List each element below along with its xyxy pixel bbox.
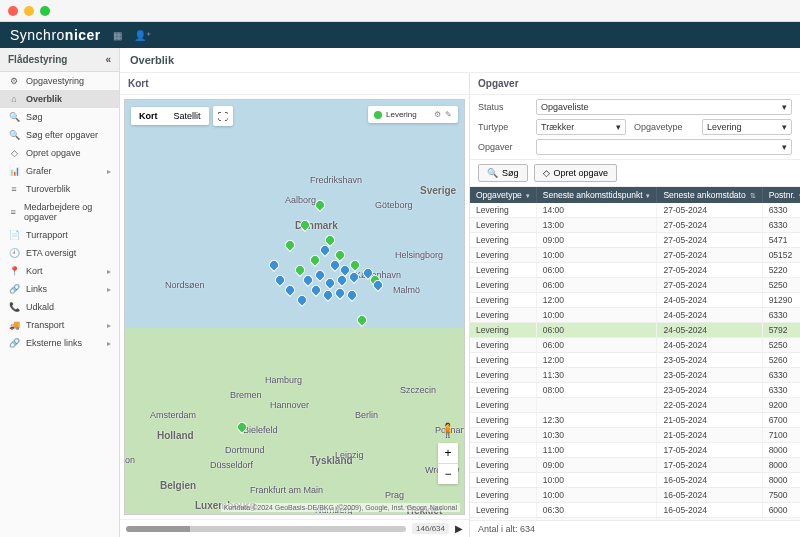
fullscreen-icon[interactable]: ⛶ [213, 106, 233, 126]
map-pin-vehicle[interactable] [345, 288, 359, 302]
sidebar-item-label: Transport [26, 320, 64, 330]
table-row[interactable]: Levering06:0027-05-20245250Odense SVAfve… [470, 278, 800, 293]
table-cell: 08:00 [536, 383, 657, 398]
sidebar-item-10[interactable]: 📍Kort▸ [0, 262, 119, 280]
maximize-window-icon[interactable] [40, 6, 50, 16]
collapse-sidebar-icon[interactable]: « [105, 54, 111, 65]
table-cell: 5792 [762, 323, 800, 338]
minimize-window-icon[interactable] [24, 6, 34, 16]
table-row[interactable]: Levering13:0027-05-20246330PadborgAfvent… [470, 218, 800, 233]
map-place-label: Aalborg [285, 195, 316, 205]
map-pin-delivery[interactable] [143, 513, 157, 515]
table-row[interactable]: Levering22-05-20249200Aalborg SVAfventer [470, 398, 800, 413]
map-pin-vehicle[interactable] [273, 273, 287, 287]
timeline-play-icon[interactable]: ▶ [455, 523, 463, 534]
map-pin-delivery[interactable] [308, 253, 322, 267]
table-row[interactable]: Levering10:0016-05-20247500HolstebroAfve… [470, 488, 800, 503]
map-tab-satellite[interactable]: Satellit [166, 107, 209, 125]
sidebar-item-icon: ◇ [8, 148, 20, 158]
table-cell: 13:00 [536, 218, 657, 233]
filter-opgaver-select[interactable]: ▾ [536, 139, 792, 155]
table-row[interactable]: Levering12:3021-05-20246700EsbjergAfvent… [470, 413, 800, 428]
sidebar-item-13[interactable]: 🚚Transport▸ [0, 316, 119, 334]
table-cell: Levering [470, 263, 536, 278]
grid-menu-icon[interactable]: ▦ [113, 30, 122, 41]
filter-status-select[interactable]: Opgaveliste▾ [536, 99, 792, 115]
main: Overblik Kort Kort Satellit ⛶ [120, 48, 800, 537]
close-window-icon[interactable] [8, 6, 18, 16]
map-pin-vehicle[interactable] [267, 258, 281, 272]
table-row[interactable]: Levering10:0016-05-20248000Århus CAfvent… [470, 473, 800, 488]
sidebar-item-0[interactable]: ⚙Opgavestyring [0, 72, 119, 90]
table-row[interactable]: Levering12:0024-05-202491290ARPAJONAfven… [470, 293, 800, 308]
map-place-label: Belgien [160, 480, 196, 491]
column-header[interactable]: Seneste ankomsttidspunkt ▾ [536, 187, 657, 203]
sidebar-item-3[interactable]: 🔍Søg efter opgaver [0, 126, 119, 144]
map-tab-map[interactable]: Kort [131, 107, 166, 125]
table-row[interactable]: Levering06:0027-05-20245220Odense SVAfve… [470, 263, 800, 278]
table-row[interactable]: Levering10:0027-05-202405152CZOSNOWAfven… [470, 248, 800, 263]
chevron-right-icon: ▸ [107, 167, 111, 176]
sidebar-item-6[interactable]: ≡Turoverblik [0, 180, 119, 198]
search-button[interactable]: 🔍Søg [478, 164, 528, 182]
table-cell: 10:30 [536, 428, 657, 443]
table-row[interactable]: Levering09:0027-05-20245471Odense SØAfve… [470, 233, 800, 248]
streetview-pegman-icon[interactable]: 🧍 [439, 422, 456, 438]
map-pin-vehicle[interactable] [295, 293, 309, 307]
table-row[interactable]: Levering12:0023-05-20245260Odense SAfven… [470, 353, 800, 368]
sidebar-item-9[interactable]: 🕘ETA oversigt [0, 244, 119, 262]
table-row[interactable]: Levering09:0017-05-20248000Århus CAfvent… [470, 458, 800, 473]
map-attribution: Kortdata ©2024 GeoBasis-DE/BKG (©2009), … [221, 503, 460, 512]
table-cell: 5250 [762, 338, 800, 353]
timeline-slider[interactable] [126, 526, 406, 532]
map-pin-vehicle[interactable] [321, 288, 335, 302]
legend-edit-icon[interactable]: ✎ [445, 110, 452, 119]
table-row[interactable]: Levering14:0027-05-20246330PadborgIgangs… [470, 203, 800, 218]
map-place-label: Szczecin [400, 385, 436, 395]
table-row[interactable]: Levering06:0024-05-20245250Odense SVAfve… [470, 338, 800, 353]
column-header[interactable]: Opgavetype ▾ [470, 187, 536, 203]
user-add-icon[interactable]: 👤⁺ [134, 30, 151, 41]
sidebar-item-7[interactable]: ≡Medarbejdere og opgaver [0, 198, 119, 226]
sidebar-item-14[interactable]: 🔗Eksterne links▸ [0, 334, 119, 352]
sidebar-item-2[interactable]: 🔍Søg [0, 108, 119, 126]
table-cell: Levering [470, 458, 536, 473]
table-row[interactable]: Levering10:3021-05-20247100VejleAfventer [470, 428, 800, 443]
sidebar-item-8[interactable]: 📄Turrapport [0, 226, 119, 244]
column-header[interactable]: Postnr. ▾ [762, 187, 800, 203]
table-row[interactable]: Levering11:0017-05-20248000Århus CAfvent… [470, 443, 800, 458]
zoom-in-button[interactable]: + [438, 443, 458, 463]
legend-gear-icon[interactable]: ⚙ [434, 110, 441, 119]
sidebar-item-12[interactable]: 📞Udkald [0, 298, 119, 316]
table-cell: 16-05-2024 [657, 503, 762, 518]
filter-opgavetype-select[interactable]: Levering▾ [702, 119, 792, 135]
map-canvas[interactable]: Kort Satellit ⛶ Levering ⚙ [124, 99, 465, 515]
map-type-segmented[interactable]: Kort Satellit [131, 107, 209, 125]
table-row[interactable]: Levering06:0024-05-20245792ÅrslevAfvente… [470, 323, 800, 338]
table-row[interactable]: Levering11:3023-05-20246330PadborgAfvent… [470, 368, 800, 383]
column-header[interactable]: Seneste ankomstdato ⇅ [657, 187, 762, 203]
table-row[interactable]: Levering06:3016-05-20246000KoldingAfvent… [470, 503, 800, 518]
table-cell: 12:00 [536, 353, 657, 368]
zoom-out-button[interactable]: − [438, 464, 458, 484]
table-row[interactable]: Levering08:0023-05-20246330PadborgAfvent… [470, 383, 800, 398]
map-pin-delivery[interactable] [283, 238, 297, 252]
table-cell: 8000 [762, 443, 800, 458]
tasks-panel-title: Opgaver [470, 73, 800, 95]
map-pin-vehicle[interactable] [283, 283, 297, 297]
map-pin-vehicle[interactable] [309, 283, 323, 297]
sidebar-item-11[interactable]: 🔗Links▸ [0, 280, 119, 298]
table-cell: 16-05-2024 [657, 488, 762, 503]
table-cell: 22-05-2024 [657, 398, 762, 413]
map-pin-vehicle[interactable] [333, 286, 347, 300]
map-pin-delivery[interactable] [355, 313, 369, 327]
sidebar-item-1[interactable]: ⌂Overblik [0, 90, 119, 108]
create-task-button[interactable]: ◇Opret opgave [534, 164, 618, 182]
map-pin-vehicle[interactable] [323, 276, 337, 290]
sidebar-item-5[interactable]: 📊Grafer▸ [0, 162, 119, 180]
table-cell: 5250 [762, 278, 800, 293]
filter-turtype-select[interactable]: Trækker▾ [536, 119, 626, 135]
tasks-grid[interactable]: Opgavetype ▾Seneste ankomsttidspunkt ▾Se… [470, 187, 800, 520]
sidebar-item-4[interactable]: ◇Opret opgave [0, 144, 119, 162]
table-row[interactable]: Levering10:0024-05-20246330PadborgAfvent… [470, 308, 800, 323]
